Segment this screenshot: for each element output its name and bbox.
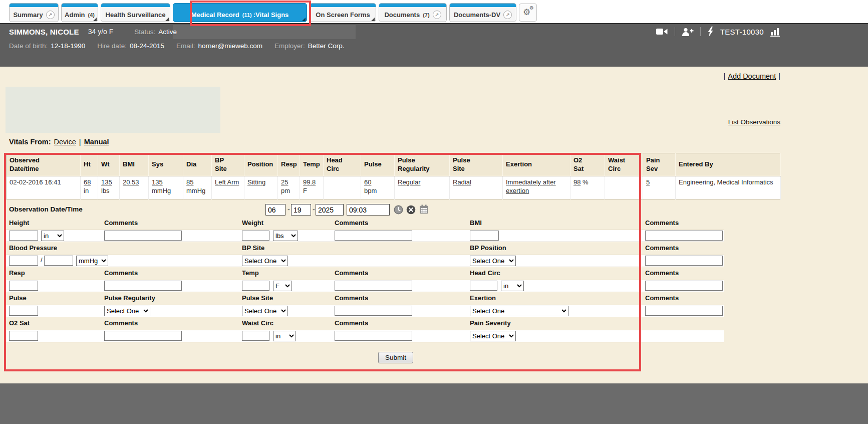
height-unit-select[interactable]: in <box>41 231 64 241</box>
patient-header: SIMMONS, NICOLE 34 y/o F Status: Active … <box>0 24 868 67</box>
tab-medical-record-vital-signs[interactable]: Medical Record (11) :Vital Signs <box>173 3 307 22</box>
resp-unit: pm <box>281 187 290 194</box>
bp-position-select[interactable]: Select One <box>470 256 516 266</box>
pulse-regularity-cell: Regular <box>395 176 450 199</box>
pulse-input[interactable] <box>9 306 38 316</box>
pulse-site-select[interactable]: Select One <box>242 306 288 316</box>
flowsheet-chart-icon[interactable] <box>770 27 781 37</box>
o2-sat-link[interactable]: 98 <box>573 178 581 186</box>
o2-sat-input[interactable] <box>9 331 38 341</box>
head-circ-comments-input[interactable] <box>645 281 723 291</box>
resp-input[interactable] <box>9 281 38 291</box>
tab-admin[interactable]: Admin (4) <box>61 3 98 22</box>
pulse-label: Pulse <box>9 294 27 302</box>
waist-circ-comments-input[interactable] <box>335 331 412 341</box>
clock-icon[interactable] <box>394 205 403 217</box>
pain-severity-select[interactable]: Select One <box>470 331 516 341</box>
pain-sev-link[interactable]: 5 <box>646 178 650 186</box>
column-header: Position <box>244 153 278 176</box>
pulse-site-cell: Radial <box>450 176 503 199</box>
bp-diastolic-input[interactable] <box>44 256 73 266</box>
tab-health-surveillance[interactable]: Health Surveillance <box>101 3 170 22</box>
pulse-link[interactable]: 60 <box>364 178 371 186</box>
bp-comments-input[interactable] <box>645 256 723 266</box>
bp-site-select[interactable]: Select One <box>242 256 288 266</box>
obs-time-input[interactable] <box>347 204 390 216</box>
add-document-linkline: | Add Document | <box>724 72 780 80</box>
waist-circ-unit-select[interactable]: in <box>273 331 296 341</box>
tab-documents[interactable]: Documents (7) ↗ <box>379 3 447 22</box>
lightning-bolt-icon[interactable] <box>707 27 714 37</box>
sys-link[interactable]: 135 <box>152 178 163 186</box>
weight-input[interactable] <box>242 231 269 241</box>
head-circ-unit-select[interactable]: in <box>501 281 524 291</box>
waist-circ-input[interactable] <box>242 331 269 341</box>
gear-small-icon: ⚙ <box>529 5 534 11</box>
pulse-comments-label: Comments <box>335 294 368 302</box>
patient-details-row: Date of birth: 12-18-1990 Hire date: 08-… <box>9 39 345 52</box>
bp-site-link[interactable]: Left Arm <box>215 178 239 186</box>
list-observations-link[interactable]: List Observations <box>728 118 780 126</box>
wt-link[interactable]: 135 <box>101 178 112 186</box>
tab-menu-notch-icon <box>302 18 306 21</box>
height-comments-input[interactable] <box>104 231 182 241</box>
bmi-input[interactable] <box>470 231 499 241</box>
temp-unit-select[interactable]: F <box>273 281 292 291</box>
pulse-comments-input[interactable] <box>335 306 412 316</box>
date-separator: - <box>287 205 290 214</box>
bmi-link[interactable]: 20.53 <box>123 178 139 186</box>
bp-unit-select[interactable]: mmHg <box>76 256 108 266</box>
head-circ-input[interactable] <box>470 281 497 291</box>
weight-unit-select[interactable]: lbs <box>273 231 298 241</box>
temp-comments-input[interactable] <box>335 281 412 291</box>
ht-link[interactable]: 68 <box>84 178 91 186</box>
obs-year-input[interactable] <box>316 204 344 216</box>
divider <box>700 27 701 36</box>
submit-button[interactable]: Submit <box>378 352 413 363</box>
pulse-regularity-select[interactable]: Select One <box>104 306 150 316</box>
exertion-cell: Immediately after exertion <box>503 176 570 199</box>
pulse-regularity-link[interactable]: Regular <box>398 178 421 186</box>
position-link[interactable]: Sitting <box>247 178 265 186</box>
settings-gear-button[interactable]: ⚙ ⚙ <box>519 4 537 22</box>
bmi-comments-input[interactable] <box>645 231 723 241</box>
video-camera-icon[interactable] <box>656 28 668 36</box>
status-value: Active <box>158 28 177 36</box>
tab-documents-dv[interactable]: Documents-DV ↗ <box>449 3 516 22</box>
entered-by-cell: Engineering, Medical Informatics <box>676 176 781 199</box>
obs-month-input[interactable] <box>265 204 285 216</box>
resp-link[interactable]: 25 <box>281 178 288 186</box>
temp-link[interactable]: 99.8 <box>303 178 316 186</box>
o2-comments-input[interactable] <box>104 331 182 341</box>
calendar-icon[interactable] <box>419 204 429 216</box>
resp-comments-input[interactable] <box>104 281 182 291</box>
manual-link[interactable]: Manual <box>84 138 109 146</box>
tab-accent <box>310 4 376 7</box>
height-input[interactable] <box>9 231 38 241</box>
tab-summary[interactable]: Summary ↗ <box>9 3 59 22</box>
waist-circ-label: Waist Circ <box>242 319 273 327</box>
exertion-link[interactable]: Immediately after exertion <box>506 178 556 194</box>
pulse-site-link[interactable]: Radial <box>453 178 471 186</box>
add-user-icon[interactable] <box>682 28 694 36</box>
device-link[interactable]: Device <box>54 138 76 146</box>
dia-link[interactable]: 85 <box>186 178 193 186</box>
tab-on-screen-forms[interactable]: On Screen Forms <box>310 3 376 22</box>
temp-comments-label: Comments <box>335 269 368 277</box>
add-document-link[interactable]: Add Document <box>728 72 776 80</box>
patient-header-actions: TEST-10030 <box>656 24 781 39</box>
bp-systolic-input[interactable] <box>9 256 38 266</box>
exertion-label: Exertion <box>470 294 496 302</box>
obs-day-input[interactable] <box>291 204 311 216</box>
exertion-select[interactable]: Select One <box>470 306 568 316</box>
weight-comments-input[interactable] <box>335 231 412 241</box>
table-row: 02-02-2016 16:41 68in 135lbs 20.53 135mm… <box>7 176 781 199</box>
pulse-site-label: Pulse Site <box>242 294 273 302</box>
column-header: Pulse Regularity <box>395 153 450 176</box>
temp-input[interactable] <box>242 281 269 291</box>
column-header: Temp <box>300 153 324 176</box>
wt-unit: lbs <box>101 187 110 194</box>
exertion-comments-input[interactable] <box>645 306 723 316</box>
blood-pressure-label: Blood Pressure <box>9 244 57 252</box>
clear-icon[interactable] <box>406 205 416 217</box>
